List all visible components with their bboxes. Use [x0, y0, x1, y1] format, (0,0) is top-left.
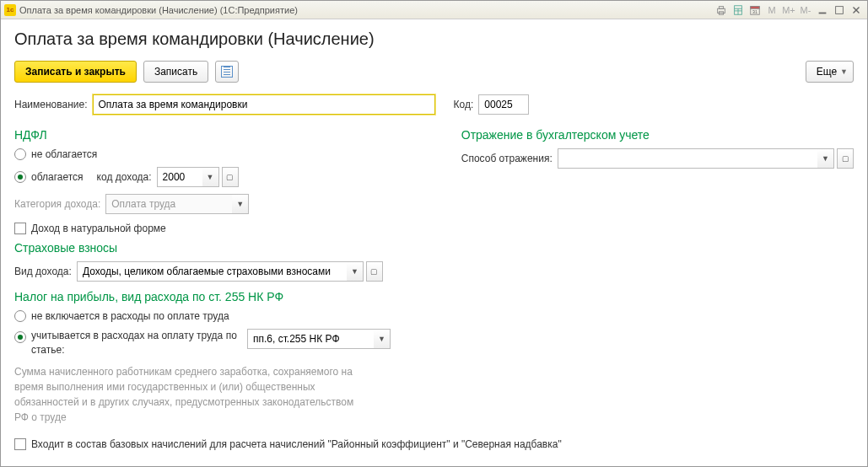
name-code-row: Наименование: Код:	[14, 94, 854, 115]
page-title: Оплата за время командировки (Начисление…	[14, 30, 854, 49]
income-type-open[interactable]: ▢	[366, 261, 383, 282]
window: 1c Оплата за время командировки (Начисле…	[0, 0, 868, 467]
natural-form-checkbox[interactable]	[14, 223, 26, 234]
code-label: Код:	[454, 99, 474, 110]
app-icon: 1c	[4, 4, 16, 16]
chevron-down-icon: ▼	[840, 67, 848, 76]
mem-mminus-icon[interactable]: M-	[798, 3, 813, 17]
income-type-dropdown[interactable]: ▼	[347, 261, 364, 282]
mem-m-icon[interactable]: M	[764, 3, 779, 17]
print-icon[interactable]	[714, 3, 729, 17]
tax-excluded-radio[interactable]	[14, 310, 26, 322]
ndfl-not-taxed-label: не облагается	[31, 148, 97, 160]
more-button[interactable]: Еще▼	[806, 61, 854, 83]
save-close-button[interactable]: Записать и закрыть	[14, 61, 137, 83]
minimize-icon[interactable]	[815, 3, 830, 17]
method-open[interactable]: ▢	[837, 148, 854, 169]
tax-excluded-label: не включается в расходы по оплате труда	[31, 310, 229, 322]
close-icon[interactable]	[849, 3, 864, 17]
code-input[interactable]	[478, 94, 529, 115]
article-dropdown[interactable]: ▼	[374, 329, 391, 349]
article-input[interactable]	[247, 329, 374, 349]
svg-rect-1	[719, 6, 723, 8]
income-type-input[interactable]	[77, 261, 347, 282]
save-button[interactable]: Записать	[143, 61, 208, 83]
profit-tax-note: Сумма начисленного работникам среднего з…	[14, 364, 369, 425]
ndfl-taxed-label: облагается	[31, 171, 84, 183]
maximize-icon[interactable]	[832, 3, 847, 17]
tax-included-radio[interactable]	[14, 331, 26, 343]
income-code-input[interactable]	[157, 167, 202, 187]
income-code-open[interactable]: ▢	[222, 167, 239, 187]
tax-included-label: учитывается в расходах на оплату труда п…	[31, 329, 242, 357]
content: Оплата за время командировки (Начисление…	[1, 19, 867, 466]
accounting-title: Отражение в бухгалтерском учете	[461, 128, 854, 142]
svg-rect-10	[819, 12, 827, 13]
base-accrual-label: Входит в состав базовых начислений для р…	[31, 438, 562, 450]
ndfl-not-taxed-radio[interactable]	[14, 148, 26, 160]
list-button[interactable]	[215, 61, 239, 83]
profit-tax-title: Налог на прибыль, вид расхода по ст. 255…	[14, 290, 428, 303]
income-code-label: код дохода:	[97, 171, 152, 183]
natural-form-label: Доход в натуральной форме	[31, 223, 166, 234]
list-icon	[221, 66, 233, 78]
base-accrual-checkbox[interactable]	[14, 438, 26, 450]
svg-rect-11	[836, 6, 844, 13]
category-input	[105, 194, 232, 214]
calendar-icon[interactable]: 31	[747, 3, 763, 17]
window-title: Оплата за время командировки (Начисление…	[19, 5, 712, 15]
category-label: Категория дохода:	[14, 198, 100, 210]
name-label: Наименование:	[14, 99, 88, 110]
insurance-title: Страховые взносы	[14, 241, 428, 255]
method-dropdown[interactable]: ▼	[817, 148, 834, 169]
toolbar: Записать и закрыть Записать Еще▼	[14, 61, 854, 83]
name-input[interactable]	[93, 94, 435, 115]
mem-mplus-icon[interactable]: M+	[781, 3, 796, 17]
ndfl-taxed-radio[interactable]	[14, 171, 26, 183]
category-dropdown: ▼	[232, 194, 249, 214]
method-input[interactable]	[558, 148, 817, 169]
more-label: Еще	[817, 66, 837, 78]
svg-text:31: 31	[752, 8, 757, 13]
calc-icon[interactable]	[731, 3, 746, 17]
income-code-dropdown[interactable]: ▼	[202, 167, 219, 187]
income-type-label: Вид дохода:	[14, 266, 72, 277]
ndfl-title: НДФЛ	[14, 128, 428, 142]
titlebar: 1c Оплата за время командировки (Начисле…	[1, 1, 867, 19]
method-label: Способ отражения:	[461, 153, 553, 164]
